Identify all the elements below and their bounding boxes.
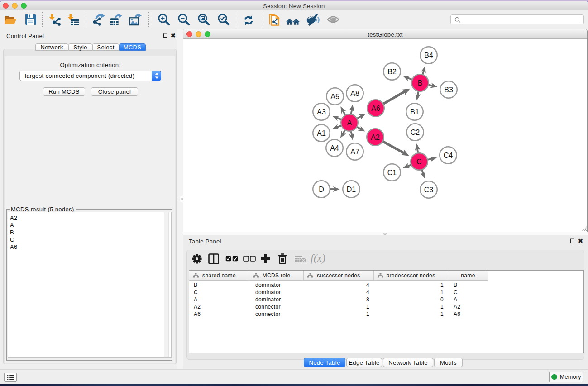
svg-text:B2: B2 xyxy=(387,68,397,76)
svg-text:A2: A2 xyxy=(371,133,380,141)
svg-text:C2: C2 xyxy=(411,129,420,136)
svg-text:A8: A8 xyxy=(350,90,359,97)
svg-text:A1: A1 xyxy=(317,129,326,137)
svg-text:D: D xyxy=(319,186,324,193)
svg-text:C: C xyxy=(416,158,422,166)
svg-text:C1: C1 xyxy=(387,169,397,176)
svg-text:A6: A6 xyxy=(371,105,380,112)
svg-text:A7: A7 xyxy=(350,148,359,156)
svg-text:A3: A3 xyxy=(317,108,326,116)
svg-text:A5: A5 xyxy=(330,93,339,100)
svg-text:C4: C4 xyxy=(444,152,453,159)
svg-text:C3: C3 xyxy=(424,186,434,194)
svg-text:A4: A4 xyxy=(330,144,339,152)
svg-text:B: B xyxy=(418,79,423,87)
svg-text:D1: D1 xyxy=(347,186,356,193)
svg-text:B4: B4 xyxy=(424,52,433,59)
svg-text:A: A xyxy=(347,119,352,127)
svg-text:B1: B1 xyxy=(410,108,419,116)
svg-text:B3: B3 xyxy=(444,86,453,94)
